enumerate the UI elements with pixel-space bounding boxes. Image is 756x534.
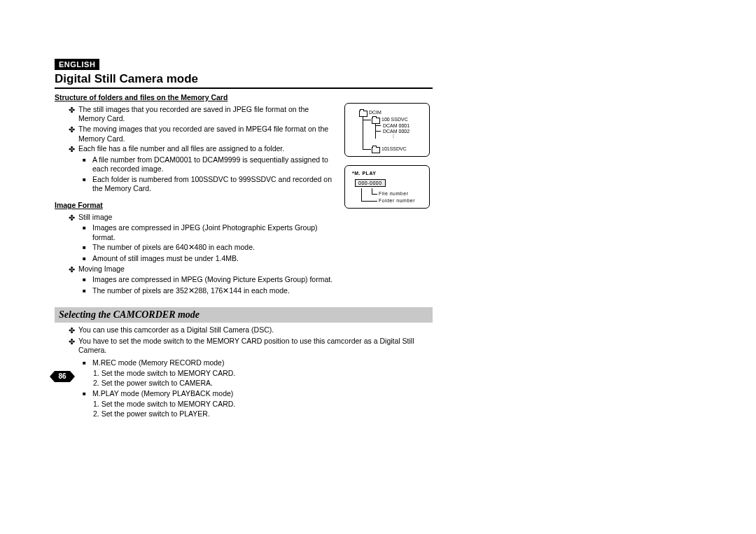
- text: You have to set the mode switch to the M…: [78, 337, 433, 356]
- sub-bullet-item: ■Each folder is numbered from 100SSDVC t…: [83, 175, 335, 194]
- text: Moving Image: [78, 265, 125, 274]
- sub-bullet-item: ■A file number from DCAM0001 to DCAM9999…: [83, 155, 335, 174]
- square-bullet-icon: ■: [83, 275, 92, 285]
- cross-bullet-icon: ✤: [69, 265, 78, 274]
- text: The number of pixels are 352✕288, 176✕14…: [92, 286, 290, 296]
- bullet-item: ✤Still image: [69, 213, 335, 223]
- text: Images are compressed in JPEG (Joint Pho…: [92, 223, 335, 242]
- sub-bullet-item: ■Amount of still images must be under 1.…: [83, 254, 335, 264]
- folder-label-dcim: DCIM: [369, 110, 382, 115]
- tree-line: [375, 125, 381, 126]
- sub-bullet-item: ■Images are compressed in MPEG (Moving P…: [83, 275, 335, 285]
- tree-line: [363, 149, 371, 150]
- text: You can use this camcorder as a Digital …: [78, 325, 274, 335]
- mplay-title: *M. PLAY: [352, 171, 376, 176]
- numbered-step: 1. Set the mode switch to MEMORY CARD.: [93, 369, 345, 379]
- folder-icon: [372, 147, 380, 153]
- bullet-item: ✤Each file has a file number and all fil…: [69, 144, 335, 154]
- page-title: Digital Still Camera mode: [55, 72, 433, 86]
- folder-number-label: Folder number: [379, 198, 415, 203]
- text: A file number from DCAM0001 to DCAM9999 …: [92, 155, 335, 174]
- subheading-structure: Structure of folders and files on the Me…: [55, 93, 433, 103]
- tree-line: [375, 131, 381, 132]
- square-bullet-icon: ■: [83, 358, 92, 368]
- text: M.PLAY mode (Memory PLAYBACK mode): [92, 389, 233, 399]
- callout-line: [372, 188, 372, 194]
- square-bullet-icon: ■: [83, 223, 92, 242]
- bullet-item: ✤You can use this camcorder as a Digital…: [69, 325, 433, 335]
- file-code-box: 000-0000: [355, 179, 386, 187]
- title-divider: [55, 87, 433, 89]
- file-label-dcam0001: DCAM 0001: [383, 123, 410, 128]
- page-number-decoration-right: [70, 371, 75, 382]
- text: Each folder is numbered from 100SSDVC to…: [92, 175, 335, 194]
- square-bullet-icon: ■: [83, 175, 92, 194]
- square-bullet-icon: ■: [83, 389, 92, 399]
- text: Amount of still images must be under 1.4…: [92, 254, 239, 264]
- file-number-label: File number: [379, 191, 408, 196]
- callout-line: [361, 188, 362, 201]
- mplay-diagram: *M. PLAY 000-0000 File number Folder num…: [344, 165, 430, 209]
- bullet-item: ✤The moving images that you recorded are…: [69, 125, 335, 143]
- bullet-item: ✤You have to set the mode switch to the …: [69, 337, 433, 356]
- bullet-item: ✤The still images that you recorded are …: [69, 105, 335, 124]
- text: Each file has a file number and all file…: [78, 144, 284, 154]
- callout-line: [361, 201, 377, 202]
- numbered-step: 2. Set the power switch to PLAYER.: [93, 409, 345, 419]
- cross-bullet-icon: ✤: [69, 105, 78, 124]
- text: Set the mode switch to MEMORY CARD.: [102, 369, 236, 377]
- callout-line: [372, 194, 377, 195]
- text: Set the power switch to PLAYER.: [102, 409, 210, 418]
- folder-icon: [359, 111, 368, 117]
- section-bar: Selecting the CAMCORDER mode: [55, 307, 433, 323]
- cross-bullet-icon: ✤: [69, 144, 78, 154]
- text: The moving images that you recorded are …: [78, 125, 335, 143]
- text: The still images that you recorded are s…: [78, 105, 335, 124]
- sub-bullet-item: ■M.PLAY mode (Memory PLAYBACK mode): [83, 389, 433, 399]
- folder-icon: [372, 118, 380, 124]
- folder-label-101ssdvc: 101SSDVC: [382, 146, 407, 151]
- sub-bullet-item: ■Images are compressed in JPEG (Joint Ph…: [83, 223, 335, 242]
- ellipsis: ⋮: [391, 133, 396, 138]
- text: The number of pixels are 640✕480 in each…: [92, 243, 255, 253]
- square-bullet-icon: ■: [83, 286, 92, 296]
- numbered-step: 2. Set the power switch to CAMERA.: [93, 379, 345, 388]
- text: Still image: [78, 213, 112, 223]
- text: Images are compressed in MPEG (Moving Pi…: [92, 275, 332, 285]
- numbered-step: 1. Set the mode switch to MEMORY CARD.: [93, 400, 345, 409]
- square-bullet-icon: ■: [83, 254, 92, 264]
- file-label-dcam0002: DCAM 0002: [383, 129, 410, 134]
- text: Set the mode switch to MEMORY CARD.: [102, 400, 236, 408]
- page-number-decoration-left: [50, 371, 55, 382]
- square-bullet-icon: ■: [83, 155, 92, 174]
- text: Set the power switch to CAMERA.: [102, 379, 213, 387]
- sub-bullet-item: ■The number of pixels are 352✕288, 176✕1…: [83, 286, 335, 296]
- cross-bullet-icon: ✤: [69, 213, 78, 223]
- cross-bullet-icon: ✤: [69, 325, 78, 335]
- cross-bullet-icon: ✤: [69, 337, 78, 356]
- cross-bullet-icon: ✤: [69, 125, 78, 143]
- sub-bullet-item: ■M.REC mode (Memory RECORD mode): [83, 358, 433, 368]
- folder-label-100ssdvc: 100 SSDVC: [382, 117, 408, 122]
- tree-line: [363, 116, 363, 150]
- sub-bullet-item: ■The number of pixels are 640✕480 in eac…: [83, 243, 335, 253]
- square-bullet-icon: ■: [83, 243, 92, 253]
- language-label: ENGLISH: [55, 59, 99, 70]
- tree-line: [363, 120, 371, 120]
- page-number: 86: [55, 371, 70, 382]
- folder-structure-diagram: DCIM 100 SSDVC DCAM 0001 DCAM 0002 ⋮ 101…: [344, 103, 430, 157]
- bullet-item: ✤Moving Image: [69, 265, 335, 274]
- text: M.REC mode (Memory RECORD mode): [92, 358, 224, 368]
